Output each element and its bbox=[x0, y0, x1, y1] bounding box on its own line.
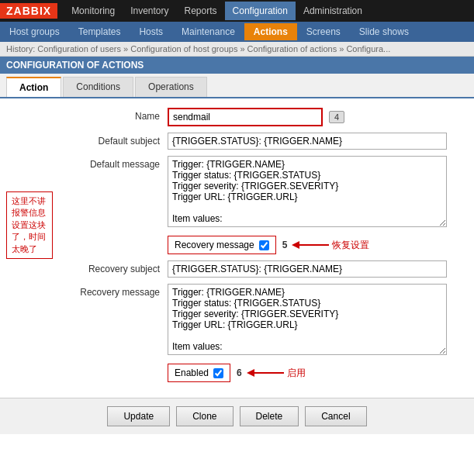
name-row: Name 4 bbox=[59, 108, 462, 126]
nav-slide-shows[interactable]: Slide shows bbox=[350, 23, 418, 40]
recovery-message-checkbox-label: Recovery message bbox=[168, 236, 276, 254]
default-message-input[interactable]: Trigger: {TRIGGER.NAME} Trigger status: … bbox=[168, 156, 447, 227]
nav-templates[interactable]: Templates bbox=[69, 23, 130, 40]
name-input[interactable] bbox=[168, 108, 323, 126]
recovery-checkbox-row: Recovery message 5 恢复设置 bbox=[168, 236, 462, 254]
annotation-box: 这里不讲报警信息设置这块了，时间太晚了 bbox=[6, 191, 53, 259]
default-subject-label: Default subject bbox=[59, 133, 168, 147]
nav-maintenance[interactable]: Maintenance bbox=[172, 23, 244, 40]
nav-hosts[interactable]: Hosts bbox=[130, 23, 172, 40]
breadcrumb: History: Configuration of users » Config… bbox=[0, 42, 474, 57]
recovery-message-textarea[interactable]: Trigger: {TRIGGER.NAME} Trigger status: … bbox=[168, 284, 447, 355]
recovery-subject-row: Recovery subject bbox=[59, 260, 462, 278]
default-subject-input[interactable] bbox=[168, 133, 447, 150]
nav-host-groups[interactable]: Host groups bbox=[0, 23, 69, 40]
recovery-annotation-text: 恢复设置 bbox=[332, 239, 369, 252]
enabled-annotation-text: 启用 bbox=[287, 367, 306, 380]
top-bar: ZABBIX Monitoring Inventory Reports Conf… bbox=[0, 0, 474, 22]
nav-configuration[interactable]: Configuration bbox=[225, 2, 296, 20]
recovery-message-text-label: Recovery message bbox=[59, 284, 168, 298]
default-subject-row: Default subject bbox=[59, 133, 462, 150]
logo: ZABBIX bbox=[0, 3, 57, 19]
section-title: CONFIGURATION OF ACTIONS bbox=[0, 57, 474, 74]
tab-conditions[interactable]: Conditions bbox=[63, 77, 133, 97]
nav-actions[interactable]: Actions bbox=[244, 23, 297, 40]
delete-button[interactable]: Delete bbox=[240, 406, 299, 426]
enabled-row: Enabled 6 启用 bbox=[168, 364, 462, 382]
clone-button[interactable]: Clone bbox=[176, 406, 233, 426]
default-subject-field bbox=[168, 133, 462, 150]
recovery-subject-input[interactable] bbox=[168, 260, 447, 278]
default-message-field: Trigger: {TRIGGER.NAME} Trigger status: … bbox=[168, 156, 462, 229]
recovery-message-label-text: Recovery message bbox=[175, 240, 254, 250]
enabled-arrow: 启用 bbox=[253, 367, 306, 380]
breadcrumb-text: History: Configuration of users » Config… bbox=[6, 44, 390, 53]
nav-administration[interactable]: Administration bbox=[296, 2, 370, 20]
enabled-checkbox[interactable] bbox=[213, 368, 223, 378]
top-nav: Monitoring Inventory Reports Configurati… bbox=[64, 2, 370, 20]
nav-inventory[interactable]: Inventory bbox=[123, 2, 176, 20]
recovery-subject-field bbox=[168, 260, 462, 278]
tab-action[interactable]: Action bbox=[6, 77, 61, 97]
step-5-number: 5 bbox=[282, 240, 288, 250]
default-message-row: Default message Trigger: {TRIGGER.NAME} … bbox=[59, 156, 462, 229]
recovery-subject-label: Recovery subject bbox=[59, 260, 168, 274]
cancel-button[interactable]: Cancel bbox=[305, 406, 366, 426]
button-row: Update Clone Delete Cancel bbox=[0, 398, 474, 434]
recovery-arrow: 恢复设置 bbox=[298, 239, 369, 252]
enabled-label-text: Enabled bbox=[175, 367, 209, 378]
recovery-message-text-field: Trigger: {TRIGGER.NAME} Trigger status: … bbox=[168, 284, 462, 357]
name-label: Name bbox=[59, 108, 168, 122]
nav-reports[interactable]: Reports bbox=[177, 2, 225, 20]
default-message-label: Default message bbox=[59, 156, 168, 170]
name-field-wrapper: 4 bbox=[168, 108, 462, 126]
content-area: 这里不讲报警信息设置这块了，时间太晚了 Name 4 Default subje… bbox=[0, 98, 474, 398]
name-badge: 4 bbox=[329, 111, 344, 123]
nav-monitoring[interactable]: Monitoring bbox=[64, 2, 123, 20]
recovery-message-checkbox[interactable] bbox=[259, 240, 269, 250]
second-nav: Host groups Templates Hosts Maintenance … bbox=[0, 22, 474, 42]
enabled-checkbox-label: Enabled bbox=[168, 364, 230, 382]
update-button[interactable]: Update bbox=[107, 406, 170, 426]
tab-operations[interactable]: Operations bbox=[135, 77, 207, 97]
nav-screens[interactable]: Screens bbox=[297, 23, 350, 40]
recovery-message-text-row: Recovery message Trigger: {TRIGGER.NAME}… bbox=[59, 284, 462, 357]
tabs: Action Conditions Operations bbox=[0, 74, 474, 98]
step-6-number: 6 bbox=[237, 367, 242, 378]
